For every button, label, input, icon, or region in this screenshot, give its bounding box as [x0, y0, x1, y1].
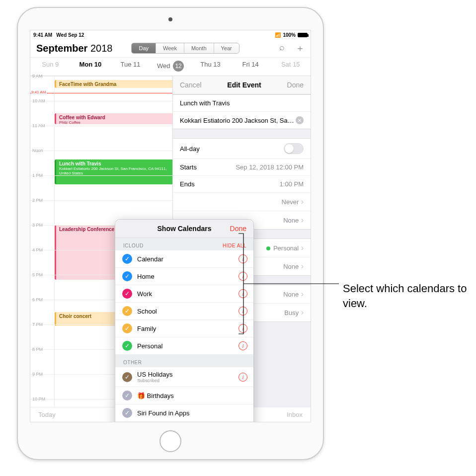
day-mon[interactable]: Mon 10 [71, 61, 111, 72]
calendar-item[interactable]: US HolidaysSubscribed [115, 367, 253, 387]
clear-location-icon[interactable]: ✕ [296, 116, 304, 124]
hour-label: 4 PM [32, 247, 43, 252]
battery-icon [298, 33, 308, 37]
calendar-checkmark-icon[interactable] [122, 372, 132, 382]
seg-year[interactable]: Year [214, 43, 239, 53]
info-icon[interactable] [238, 307, 247, 316]
calendar-checkmark-icon[interactable] [122, 289, 132, 299]
event-title-field[interactable]: Lunch with Travis [173, 95, 311, 112]
calendar-checkmark-icon[interactable] [122, 271, 132, 281]
calendar-name: Family [137, 325, 156, 332]
calendar-item[interactable]: Siri Found in Apps [115, 404, 253, 422]
calendar-checkmark-icon[interactable] [122, 306, 132, 316]
calendar-checkmark-icon[interactable] [122, 341, 132, 351]
hour-label: 9 AM [32, 74, 43, 79]
popover-done-button[interactable]: Done [230, 225, 246, 233]
info-icon[interactable] [238, 373, 247, 382]
day-row: Sun 9 Mon 10 Tue 11 Wed 12 Thu 13 Fri 14… [30, 58, 311, 76]
all-day-row[interactable]: All-day [173, 139, 311, 159]
calendar-checkmark-icon[interactable] [122, 391, 132, 400]
status-date: Wed Sep 12 [56, 32, 84, 38]
panel-header: Cancel Edit Event Done [173, 76, 311, 94]
section-other: OTHER [115, 355, 253, 367]
hour-label: 9 PM [32, 372, 43, 377]
hour-label: 1 PM [32, 173, 43, 178]
panel-title: Edit Event [227, 81, 261, 89]
hour-label: 3 PM [32, 223, 43, 228]
day-sat[interactable]: Sat 15 [270, 61, 311, 72]
title-year: 2018 [90, 43, 113, 54]
seg-month[interactable]: Month [184, 43, 214, 53]
search-icon[interactable]: ⌕ [279, 42, 285, 54]
calendar-item[interactable]: Personal [115, 337, 253, 355]
day-sun[interactable]: Sun 9 [30, 61, 71, 72]
calendar-name: US HolidaysSubscribed [137, 371, 173, 383]
icloud-calendar-list: CalendarHomeWorkSchoolFamilyPersonal [115, 250, 253, 355]
calendar-item[interactable]: School [115, 303, 253, 320]
home-button[interactable] [159, 430, 181, 452]
calendar-checkmark-icon[interactable] [122, 254, 132, 264]
ipad-frame: 9:41 AM Wed Sep 12 100% September 2018 D… [17, 7, 324, 460]
wifi-icon [275, 32, 281, 38]
info-icon[interactable] [238, 289, 247, 298]
calendar-item[interactable]: Calendar [115, 250, 253, 268]
camera-dot [168, 17, 172, 21]
calendar-checkmark-icon[interactable] [122, 408, 132, 418]
info-icon[interactable] [238, 272, 247, 281]
hour-label: 2 PM [32, 198, 43, 203]
calendar-item[interactable]: Family [115, 320, 253, 337]
calendar-header: September 2018 Day Week Month Year ⌕ ＋ [30, 39, 311, 58]
seg-week[interactable]: Week [156, 43, 184, 53]
status-bar: 9:41 AM Wed Sep 12 100% [30, 30, 311, 39]
calendar-name: Work [137, 290, 152, 298]
event-location-field[interactable]: Kokkari Estiatorio 200 Jackson St, San..… [173, 112, 311, 129]
calendar-name: School [137, 308, 157, 315]
calendar-item[interactable]: Work [115, 285, 253, 303]
battery-pct: 100% [283, 32, 296, 38]
info-icon[interactable] [238, 341, 247, 350]
popover-header: Show Calendars Done [115, 220, 253, 238]
hour-label: Noon [32, 148, 43, 153]
hour-label: 11 AM [32, 123, 45, 128]
calendar-item[interactable]: 🎁 Birthdays [115, 387, 253, 404]
calendar-checkmark-icon[interactable] [122, 323, 132, 333]
today-indicator: 12 [173, 61, 184, 72]
done-button[interactable]: Done [287, 81, 304, 89]
other-calendar-list: US HolidaysSubscribed🎁 BirthdaysSiri Fou… [115, 367, 253, 422]
calendar-name: Calendar [137, 255, 163, 263]
hour-label: 10 AM [32, 98, 45, 103]
today-button[interactable]: Today [38, 411, 56, 418]
title-month: September [36, 43, 87, 54]
hour-label: 5 PM [32, 272, 43, 277]
all-day-switch[interactable] [284, 143, 304, 154]
callout-text: Select which calendars to view. [343, 281, 467, 311]
calendar-name: Siri Found in Apps [137, 409, 190, 417]
day-wed[interactable]: Wed 12 [151, 61, 191, 72]
section-icloud: ICLOUD HIDE ALL [115, 238, 253, 250]
popover-title: Show Calendars [158, 225, 212, 233]
page-title: September 2018 [36, 43, 112, 54]
hour-label: 6 PM [32, 297, 43, 302]
repeat-row[interactable]: Never [173, 193, 311, 211]
hour-label: 10 PM [32, 397, 45, 401]
add-icon[interactable]: ＋ [296, 42, 305, 54]
screen: 9:41 AM Wed Sep 12 100% September 2018 D… [30, 30, 311, 422]
day-thu[interactable]: Thu 13 [190, 61, 231, 72]
day-fri[interactable]: Fri 14 [231, 61, 271, 72]
seg-day[interactable]: Day [132, 43, 156, 53]
calendar-name: Home [137, 273, 155, 280]
status-time: 9:41 AM [33, 32, 52, 38]
calendar-sub: Subscribed [137, 378, 173, 383]
inbox-button[interactable]: Inbox [287, 411, 303, 418]
starts-row[interactable]: Starts Sep 12, 2018 12:00 PM [173, 159, 311, 176]
cancel-button[interactable]: Cancel [180, 81, 202, 89]
hide-all-icloud-button[interactable]: HIDE ALL [223, 243, 246, 248]
show-calendars-popover: Show Calendars Done ICLOUD HIDE ALL Cale… [115, 219, 254, 422]
calendar-item[interactable]: Home [115, 268, 253, 285]
ends-row[interactable]: Ends 1:00 PM [173, 176, 311, 193]
view-segmented-control[interactable]: Day Week Month Year [131, 43, 239, 54]
day-tue[interactable]: Tue 11 [110, 61, 151, 72]
hour-label: 8 PM [32, 347, 43, 352]
info-icon[interactable] [238, 254, 247, 263]
info-icon[interactable] [238, 324, 247, 333]
